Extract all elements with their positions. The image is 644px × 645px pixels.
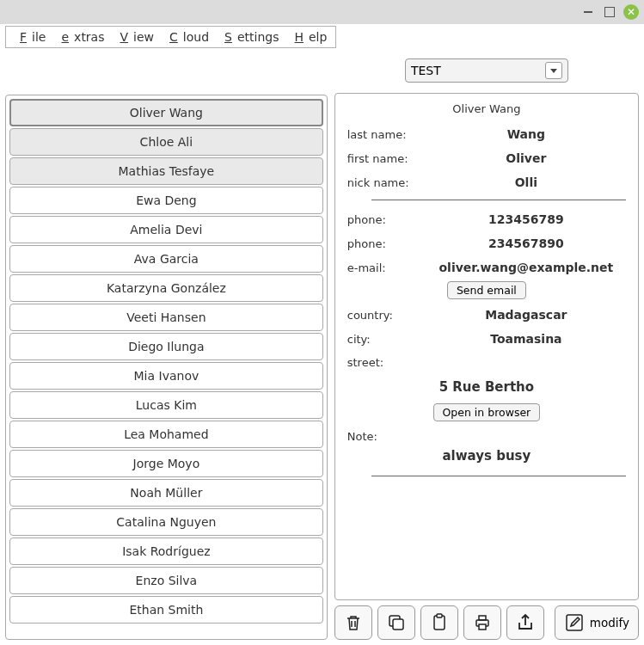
menu-settings[interactable]: Settings <box>214 28 284 46</box>
share-button[interactable] <box>506 605 544 640</box>
open-browser-button[interactable]: Open in browser <box>433 403 541 421</box>
right-column: TEST Oliver Wang last name:Wang first na… <box>334 58 639 640</box>
contact-list[interactable]: Oliver WangChloe AliMathias TesfayeEwa D… <box>5 95 328 640</box>
list-item[interactable]: Enzo Silva <box>9 567 323 594</box>
divider <box>371 200 626 200</box>
print-button[interactable] <box>463 605 501 640</box>
group-select-value: TEST <box>411 64 441 77</box>
list-item[interactable]: Katarzyna González <box>9 274 323 302</box>
maximize-button[interactable] <box>604 7 615 17</box>
printer-icon <box>472 612 493 633</box>
value-city: Toamasina <box>426 332 626 346</box>
paste-button[interactable] <box>420 605 458 640</box>
modify-label: modify <box>590 616 629 630</box>
list-item[interactable]: Jorge Moyo <box>9 450 323 477</box>
content-area: Oliver WangChloe AliMathias TesfayeEwa D… <box>0 53 644 645</box>
list-item[interactable]: Mathias Tesfaye <box>9 157 323 185</box>
value-last-name: Wang <box>426 127 626 141</box>
value-note: always busy <box>347 448 626 464</box>
value-nick-name: Olli <box>426 175 626 189</box>
menu-extras[interactable]: extras <box>51 28 109 46</box>
svg-rect-6 <box>479 624 486 630</box>
label-phone1: phone: <box>347 213 426 226</box>
value-street: 5 Rue Bertho <box>347 379 626 395</box>
chevron-down-icon <box>545 62 562 79</box>
svg-rect-3 <box>437 614 442 617</box>
svg-rect-1 <box>393 619 403 630</box>
toolbar: modify <box>334 605 639 640</box>
app-window: ✕ File extras View Cloud Settings Help O… <box>0 0 644 645</box>
list-item[interactable]: Chloe Ali <box>9 128 323 156</box>
menu-view[interactable]: View <box>110 28 160 46</box>
menubar: File extras View Cloud Settings Help <box>5 26 336 48</box>
trash-icon <box>343 612 364 633</box>
list-item[interactable]: Amelia Devi <box>9 216 323 243</box>
label-country: country: <box>347 309 426 322</box>
label-city: city: <box>347 333 426 346</box>
modify-button[interactable]: modify <box>555 605 639 640</box>
close-button[interactable]: ✕ <box>623 4 639 20</box>
list-item[interactable]: Catalina Nguyen <box>9 508 323 536</box>
label-first-name: first name: <box>347 152 426 165</box>
list-item[interactable]: Lea Mohamed <box>9 421 323 448</box>
value-phone1: 123456789 <box>426 212 626 226</box>
menu-cloud[interactable]: Cloud <box>159 28 214 46</box>
menu-help[interactable]: Help <box>284 28 332 46</box>
list-item[interactable]: Lucas Kim <box>9 391 323 419</box>
label-phone2: phone: <box>347 237 426 250</box>
share-icon <box>515 612 536 633</box>
details-title: Oliver Wang <box>347 102 626 115</box>
label-nick-name: nick name: <box>347 176 426 189</box>
label-email: e-mail: <box>347 261 426 274</box>
value-country: Madagascar <box>426 308 626 322</box>
list-item[interactable]: Mia Ivanov <box>9 362 323 390</box>
list-item[interactable]: Oliver Wang <box>9 99 323 126</box>
pencil-icon <box>564 612 585 633</box>
label-street: street: <box>347 356 426 369</box>
list-item[interactable]: Isak Rodríguez <box>9 538 323 565</box>
value-first-name: Oliver <box>426 151 626 165</box>
svg-rect-5 <box>479 616 486 620</box>
minimize-button[interactable] <box>580 4 596 20</box>
group-select[interactable]: TEST <box>405 58 568 83</box>
label-note: Note: <box>347 430 426 443</box>
value-email: oliver.wang@example.net <box>426 261 626 274</box>
titlebar: ✕ <box>0 0 644 24</box>
left-column: Oliver WangChloe AliMathias TesfayeEwa D… <box>5 58 328 640</box>
list-item[interactable]: Ava Garcia <box>9 245 323 273</box>
list-item[interactable]: Ewa Deng <box>9 187 323 214</box>
delete-button[interactable] <box>334 605 372 640</box>
copy-button[interactable] <box>377 605 415 640</box>
label-last-name: last name: <box>347 128 426 141</box>
list-item[interactable]: Ethan Smith <box>9 596 323 624</box>
svg-rect-7 <box>567 615 582 630</box>
send-email-button[interactable]: Send email <box>447 281 526 299</box>
group-select-row: TEST <box>334 58 639 83</box>
menu-file[interactable]: File <box>9 28 51 46</box>
list-item[interactable]: Veeti Hansen <box>9 304 323 331</box>
clipboard-icon <box>429 612 450 633</box>
value-phone2: 234567890 <box>426 236 626 250</box>
copy-icon <box>386 612 407 633</box>
divider-bottom <box>371 476 626 476</box>
contact-details: Oliver Wang last name:Wang first name:Ol… <box>334 93 639 600</box>
list-item[interactable]: Diego Ilunga <box>9 333 323 360</box>
list-item[interactable]: Noah Müller <box>9 479 323 507</box>
